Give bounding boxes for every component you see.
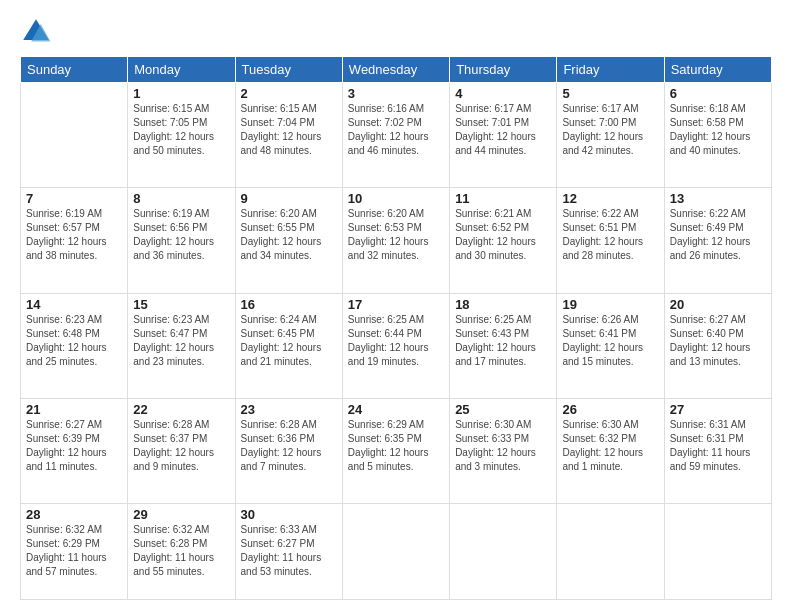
calendar-day-cell: 14Sunrise: 6:23 AMSunset: 6:48 PMDayligh… bbox=[21, 293, 128, 398]
day-number: 22 bbox=[133, 402, 229, 417]
day-info: Sunrise: 6:25 AMSunset: 6:44 PMDaylight:… bbox=[348, 313, 444, 369]
calendar-day-cell: 1Sunrise: 6:15 AMSunset: 7:05 PMDaylight… bbox=[128, 83, 235, 188]
day-number: 12 bbox=[562, 191, 658, 206]
day-info: Sunrise: 6:15 AMSunset: 7:04 PMDaylight:… bbox=[241, 102, 337, 158]
calendar-day-cell: 18Sunrise: 6:25 AMSunset: 6:43 PMDayligh… bbox=[450, 293, 557, 398]
calendar-header-row: SundayMondayTuesdayWednesdayThursdayFrid… bbox=[21, 57, 772, 83]
calendar-day-cell bbox=[342, 504, 449, 600]
calendar-day-cell: 28Sunrise: 6:32 AMSunset: 6:29 PMDayligh… bbox=[21, 504, 128, 600]
day-number: 9 bbox=[241, 191, 337, 206]
day-info: Sunrise: 6:16 AMSunset: 7:02 PMDaylight:… bbox=[348, 102, 444, 158]
day-number: 3 bbox=[348, 86, 444, 101]
day-info: Sunrise: 6:19 AMSunset: 6:56 PMDaylight:… bbox=[133, 207, 229, 263]
day-number: 16 bbox=[241, 297, 337, 312]
day-number: 10 bbox=[348, 191, 444, 206]
weekday-header: Tuesday bbox=[235, 57, 342, 83]
calendar-day-cell: 19Sunrise: 6:26 AMSunset: 6:41 PMDayligh… bbox=[557, 293, 664, 398]
day-info: Sunrise: 6:26 AMSunset: 6:41 PMDaylight:… bbox=[562, 313, 658, 369]
day-info: Sunrise: 6:32 AMSunset: 6:29 PMDaylight:… bbox=[26, 523, 122, 579]
day-info: Sunrise: 6:20 AMSunset: 6:53 PMDaylight:… bbox=[348, 207, 444, 263]
day-info: Sunrise: 6:23 AMSunset: 6:47 PMDaylight:… bbox=[133, 313, 229, 369]
calendar-day-cell: 17Sunrise: 6:25 AMSunset: 6:44 PMDayligh… bbox=[342, 293, 449, 398]
day-number: 4 bbox=[455, 86, 551, 101]
calendar-day-cell: 4Sunrise: 6:17 AMSunset: 7:01 PMDaylight… bbox=[450, 83, 557, 188]
day-info: Sunrise: 6:29 AMSunset: 6:35 PMDaylight:… bbox=[348, 418, 444, 474]
calendar-day-cell: 2Sunrise: 6:15 AMSunset: 7:04 PMDaylight… bbox=[235, 83, 342, 188]
day-number: 14 bbox=[26, 297, 122, 312]
page-header bbox=[20, 16, 772, 48]
day-number: 23 bbox=[241, 402, 337, 417]
weekday-header: Friday bbox=[557, 57, 664, 83]
calendar-day-cell: 6Sunrise: 6:18 AMSunset: 6:58 PMDaylight… bbox=[664, 83, 771, 188]
calendar-day-cell: 12Sunrise: 6:22 AMSunset: 6:51 PMDayligh… bbox=[557, 188, 664, 293]
day-info: Sunrise: 6:23 AMSunset: 6:48 PMDaylight:… bbox=[26, 313, 122, 369]
day-number: 15 bbox=[133, 297, 229, 312]
calendar-day-cell: 30Sunrise: 6:33 AMSunset: 6:27 PMDayligh… bbox=[235, 504, 342, 600]
calendar-day-cell: 5Sunrise: 6:17 AMSunset: 7:00 PMDaylight… bbox=[557, 83, 664, 188]
day-info: Sunrise: 6:24 AMSunset: 6:45 PMDaylight:… bbox=[241, 313, 337, 369]
weekday-header: Wednesday bbox=[342, 57, 449, 83]
calendar-week-row: 14Sunrise: 6:23 AMSunset: 6:48 PMDayligh… bbox=[21, 293, 772, 398]
day-info: Sunrise: 6:33 AMSunset: 6:27 PMDaylight:… bbox=[241, 523, 337, 579]
calendar-week-row: 28Sunrise: 6:32 AMSunset: 6:29 PMDayligh… bbox=[21, 504, 772, 600]
day-info: Sunrise: 6:27 AMSunset: 6:40 PMDaylight:… bbox=[670, 313, 766, 369]
calendar-day-cell: 24Sunrise: 6:29 AMSunset: 6:35 PMDayligh… bbox=[342, 398, 449, 503]
logo-icon bbox=[20, 16, 52, 48]
calendar-day-cell: 25Sunrise: 6:30 AMSunset: 6:33 PMDayligh… bbox=[450, 398, 557, 503]
day-number: 8 bbox=[133, 191, 229, 206]
calendar-day-cell: 16Sunrise: 6:24 AMSunset: 6:45 PMDayligh… bbox=[235, 293, 342, 398]
calendar-day-cell bbox=[450, 504, 557, 600]
calendar-day-cell: 3Sunrise: 6:16 AMSunset: 7:02 PMDaylight… bbox=[342, 83, 449, 188]
calendar-day-cell: 10Sunrise: 6:20 AMSunset: 6:53 PMDayligh… bbox=[342, 188, 449, 293]
calendar-week-row: 7Sunrise: 6:19 AMSunset: 6:57 PMDaylight… bbox=[21, 188, 772, 293]
calendar-week-row: 21Sunrise: 6:27 AMSunset: 6:39 PMDayligh… bbox=[21, 398, 772, 503]
day-info: Sunrise: 6:18 AMSunset: 6:58 PMDaylight:… bbox=[670, 102, 766, 158]
weekday-header: Monday bbox=[128, 57, 235, 83]
weekday-header: Thursday bbox=[450, 57, 557, 83]
day-number: 6 bbox=[670, 86, 766, 101]
day-info: Sunrise: 6:25 AMSunset: 6:43 PMDaylight:… bbox=[455, 313, 551, 369]
day-number: 29 bbox=[133, 507, 229, 522]
calendar-day-cell: 9Sunrise: 6:20 AMSunset: 6:55 PMDaylight… bbox=[235, 188, 342, 293]
day-info: Sunrise: 6:15 AMSunset: 7:05 PMDaylight:… bbox=[133, 102, 229, 158]
day-info: Sunrise: 6:28 AMSunset: 6:36 PMDaylight:… bbox=[241, 418, 337, 474]
calendar-day-cell: 27Sunrise: 6:31 AMSunset: 6:31 PMDayligh… bbox=[664, 398, 771, 503]
calendar-day-cell: 11Sunrise: 6:21 AMSunset: 6:52 PMDayligh… bbox=[450, 188, 557, 293]
calendar-day-cell: 13Sunrise: 6:22 AMSunset: 6:49 PMDayligh… bbox=[664, 188, 771, 293]
day-number: 19 bbox=[562, 297, 658, 312]
day-number: 2 bbox=[241, 86, 337, 101]
day-info: Sunrise: 6:22 AMSunset: 6:49 PMDaylight:… bbox=[670, 207, 766, 263]
day-info: Sunrise: 6:30 AMSunset: 6:32 PMDaylight:… bbox=[562, 418, 658, 474]
day-number: 1 bbox=[133, 86, 229, 101]
day-number: 18 bbox=[455, 297, 551, 312]
day-info: Sunrise: 6:21 AMSunset: 6:52 PMDaylight:… bbox=[455, 207, 551, 263]
calendar-day-cell: 29Sunrise: 6:32 AMSunset: 6:28 PMDayligh… bbox=[128, 504, 235, 600]
day-number: 21 bbox=[26, 402, 122, 417]
day-info: Sunrise: 6:19 AMSunset: 6:57 PMDaylight:… bbox=[26, 207, 122, 263]
day-number: 28 bbox=[26, 507, 122, 522]
day-number: 13 bbox=[670, 191, 766, 206]
day-number: 5 bbox=[562, 86, 658, 101]
day-number: 24 bbox=[348, 402, 444, 417]
day-number: 27 bbox=[670, 402, 766, 417]
calendar-day-cell: 23Sunrise: 6:28 AMSunset: 6:36 PMDayligh… bbox=[235, 398, 342, 503]
calendar-day-cell: 22Sunrise: 6:28 AMSunset: 6:37 PMDayligh… bbox=[128, 398, 235, 503]
calendar-day-cell bbox=[664, 504, 771, 600]
weekday-header: Sunday bbox=[21, 57, 128, 83]
day-info: Sunrise: 6:31 AMSunset: 6:31 PMDaylight:… bbox=[670, 418, 766, 474]
weekday-header: Saturday bbox=[664, 57, 771, 83]
calendar-week-row: 1Sunrise: 6:15 AMSunset: 7:05 PMDaylight… bbox=[21, 83, 772, 188]
day-number: 20 bbox=[670, 297, 766, 312]
day-info: Sunrise: 6:17 AMSunset: 7:01 PMDaylight:… bbox=[455, 102, 551, 158]
day-info: Sunrise: 6:27 AMSunset: 6:39 PMDaylight:… bbox=[26, 418, 122, 474]
calendar-day-cell bbox=[21, 83, 128, 188]
calendar-day-cell: 21Sunrise: 6:27 AMSunset: 6:39 PMDayligh… bbox=[21, 398, 128, 503]
day-info: Sunrise: 6:22 AMSunset: 6:51 PMDaylight:… bbox=[562, 207, 658, 263]
calendar-table: SundayMondayTuesdayWednesdayThursdayFrid… bbox=[20, 56, 772, 600]
calendar-day-cell: 20Sunrise: 6:27 AMSunset: 6:40 PMDayligh… bbox=[664, 293, 771, 398]
logo bbox=[20, 16, 56, 48]
day-info: Sunrise: 6:17 AMSunset: 7:00 PMDaylight:… bbox=[562, 102, 658, 158]
day-info: Sunrise: 6:32 AMSunset: 6:28 PMDaylight:… bbox=[133, 523, 229, 579]
calendar-day-cell: 26Sunrise: 6:30 AMSunset: 6:32 PMDayligh… bbox=[557, 398, 664, 503]
calendar-day-cell: 15Sunrise: 6:23 AMSunset: 6:47 PMDayligh… bbox=[128, 293, 235, 398]
